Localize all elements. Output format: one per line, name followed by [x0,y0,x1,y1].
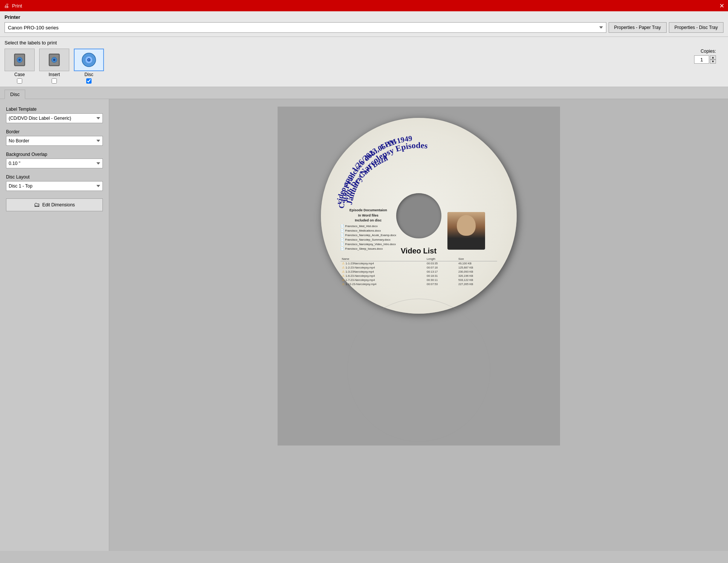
printer-label: Printer [5,14,723,20]
disc-layout-label: Disc Layout [6,174,103,180]
cell-length: 00:03:35 [425,261,457,266]
cell-name: ⚠1-12-23-Narcolepsy.mp4 [340,282,426,286]
file-item-1: 📄Francisco_Medications.docx [340,229,396,233]
app-icon: 🖨 [4,3,9,9]
disc2-outline [347,299,490,442]
cell-length: 00:07:53 [425,282,457,286]
label-item-case[interactable]: Case [5,49,35,84]
label-template-label: Label Template [6,107,103,112]
svg-point-7 [53,59,55,61]
table-row: ⚠1-12-23-Narcolepsy.mp4 00:07:53 227,265… [340,282,497,286]
copies-down-button[interactable]: ▼ [710,60,716,64]
cell-size: 533,122 KB [457,278,497,282]
disc-icon [81,52,97,68]
properties-disc-tray-button[interactable]: Properties - Disc Tray [669,22,723,33]
copies-label: Copies: [701,49,716,54]
label-case-name: Case [14,72,25,77]
table-row: ⚠1-7-23-Narcolepsy.mp4 00:30:11 533,122 … [340,278,497,282]
border-label: Border [6,129,103,134]
person-face [457,215,476,236]
cell-name: ⚠1-3-23Narcolepsy.mp4 [340,270,426,274]
copies-up-button[interactable]: ▲ [710,55,716,60]
label-template-select[interactable]: (CD/DVD Disc Label - Generic) [6,113,103,123]
disc-outer: January Narcolepsy Episodes Carol Franci… [321,118,517,314]
label-template-group: Label Template (CD/DVD Disc Label - Gene… [6,107,103,123]
labels-section: Select the labels to print Case [0,37,728,87]
title-left: 🖨 Print [4,3,22,9]
col-header-name: Name [340,257,426,261]
tab-disc[interactable]: Disc [5,90,25,99]
svg-point-11 [88,59,90,61]
cell-name: ⚠1-7-23-Narcolepsy.mp4 [340,278,426,282]
background-overlap-select[interactable]: 0.10 " [6,159,103,168]
cell-size: 320,196 KB [457,274,497,278]
cell-name: ⚠1-2-23-Narcolepsy.mp4 [340,265,426,270]
edit-dim-label: Edit Dimensions [42,202,75,208]
disc-preview-container: January Narcolepsy Episodes Carol Franci… [278,107,560,446]
label-item-insert[interactable]: Insert [39,49,69,84]
label-disc-name: Disc [84,72,93,77]
labels-row: Case Insert [5,49,723,84]
file-item-4: 📄Francisco_Narcolepsy_Video_Intro.docx [340,242,396,247]
cell-name: ⚠1-6-23-Narcolepsy.mp4 [340,274,426,278]
table-row: ⚠1-3-23Narcolepsy.mp4 00:13:17 230,093 K… [340,270,497,274]
border-group: Border No Border [6,129,103,146]
content-area: Label Template (CD/DVD Disc Label - Gene… [0,99,728,551]
disc-video-list: Video List Name Length Size ⚠1-1-23Narco… [340,247,497,286]
printer-select[interactable]: Canon PRO-100 series [5,22,606,33]
disc-doc-text: Episode Documentaion In Word files Inclu… [340,208,396,251]
file-item-2: 📄Francisco_Narcolep_Acute_Examp.docx [340,233,396,238]
printer-section: Printer Canon PRO-100 series Properties … [0,11,728,37]
table-row: ⚠1-1-23Narcolepsy.mp4 00:03:35 49,100 KB [340,261,497,266]
disc-photo [447,212,485,250]
label-icon-disc [74,49,104,71]
background-overlap-group: Background Overlap 0.10 " [6,152,103,168]
table-row: ⚠1-2-23-Narcolepsy.mp4 00:07:16 125,687 … [340,265,497,270]
cell-name: ⚠1-1-23Narcolepsy.mp4 [340,261,426,265]
cell-size: 227,265 KB [457,282,497,286]
preview-area: January Narcolepsy Episodes Carol Franci… [109,99,728,551]
disc-video-title: Video List [340,247,497,255]
disc-doc-title: Episode Documentaion In Word files Inclu… [340,208,396,223]
insert-icon [46,52,63,68]
copies-input-row: 1 ▲ ▼ [694,55,716,64]
cell-size: 230,093 KB [457,270,497,274]
app-title: Print [12,3,22,9]
label-icon-insert [39,49,69,71]
label-insert-checkbox[interactable] [52,78,57,84]
edit-dimensions-button[interactable]: 🗂 Edit Dimensions [6,198,103,211]
label-item-disc[interactable]: Disc [74,49,104,84]
file-item-0: 📄Francisco_Med_Hist.docx [340,224,396,229]
label-icon-case [5,49,35,71]
label-case-checkbox[interactable] [17,78,22,84]
copies-input[interactable]: 1 [694,55,709,64]
svg-point-3 [18,59,21,61]
disc-layout-select[interactable]: Disc 1 - Top [6,181,103,191]
disc-table-body: ⚠1-1-23Narcolepsy.mp4 00:03:35 49,100 KB… [340,261,497,287]
title-bar: 🖨 Print ✕ [0,0,728,11]
background-overlap-label: Background Overlap [6,152,103,157]
copies-section: Copies: 1 ▲ ▼ [694,49,723,64]
disc-hole [396,193,441,238]
cell-length: 00:13:17 [425,270,457,274]
file-item-3: 📄Francisco_Narcolep_Summary.docx [340,238,396,242]
disc-table: Name Length Size ⚠1-1-23Narcolepsy.mp4 0… [340,257,497,286]
disc-layout-group: Disc Layout Disc 1 - Top [6,174,103,191]
close-button[interactable]: ✕ [719,2,724,9]
cell-length: 00:18:31 [425,274,457,278]
tab-bar: Disc [0,87,728,99]
copies-spinners: ▲ ▼ [710,55,716,64]
case-icon [11,52,28,68]
col-header-length: Length [425,257,457,261]
cell-length: 00:07:16 [425,265,457,270]
cell-length: 00:30:11 [425,278,457,282]
label-insert-name: Insert [49,72,60,77]
col-header-size: Size [457,257,497,261]
cell-size: 125,687 KB [457,265,497,270]
label-disc-checkbox[interactable] [86,78,92,84]
table-row: ⚠1-6-23-Narcolepsy.mp4 00:18:31 320,196 … [340,274,497,278]
printer-row: Canon PRO-100 series Properties - Paper … [5,22,723,33]
cell-size: 49,100 KB [457,261,497,266]
border-select[interactable]: No Border [6,136,103,146]
properties-paper-tray-button[interactable]: Properties - Paper Tray [609,22,667,33]
